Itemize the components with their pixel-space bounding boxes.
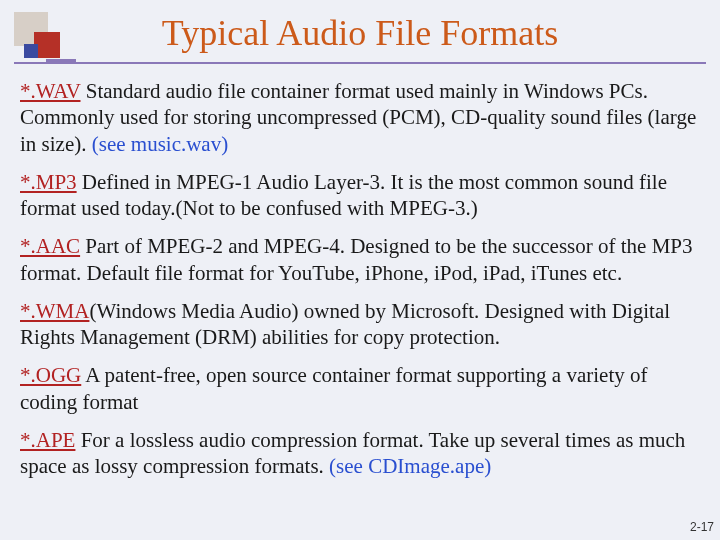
format-item: *.AAC Part of MPEG-2 and MPEG-4. Designe… <box>20 233 700 286</box>
title-rule <box>14 62 706 64</box>
format-ext: *.WAV <box>20 79 81 103</box>
format-item: *.OGG A patent-free, open source contain… <box>20 362 700 415</box>
format-ext: *.MP3 <box>20 170 77 194</box>
format-link: (see CDImage.ape) <box>329 454 491 478</box>
format-item: *.WMA(Windows Media Audio) owned by Micr… <box>20 298 700 351</box>
format-item: *.MP3 Defined in MPEG-1 Audio Layer-3. I… <box>20 169 700 222</box>
format-ext: *.OGG <box>20 363 81 387</box>
format-desc: Part of MPEG-2 and MPEG-4. Designed to b… <box>20 234 693 284</box>
content-area: *.WAV Standard audio file container form… <box>20 78 700 491</box>
title-rule-tick <box>46 59 76 62</box>
format-ext: *.APE <box>20 428 75 452</box>
format-desc: (Windows Media Audio) owned by Microsoft… <box>20 299 670 349</box>
format-ext: *.AAC <box>20 234 80 258</box>
format-ext: *.WMA <box>20 299 89 323</box>
format-item: *.APE For a lossless audio compression f… <box>20 427 700 480</box>
format-desc: A patent-free, open source container for… <box>20 363 647 413</box>
format-link: (see music.wav) <box>92 132 228 156</box>
page-number: 2-17 <box>690 520 714 534</box>
format-desc: Defined in MPEG-1 Audio Layer-3. It is t… <box>20 170 667 220</box>
slide-title: Typical Audio File Formats <box>0 12 720 54</box>
format-item: *.WAV Standard audio file container form… <box>20 78 700 157</box>
